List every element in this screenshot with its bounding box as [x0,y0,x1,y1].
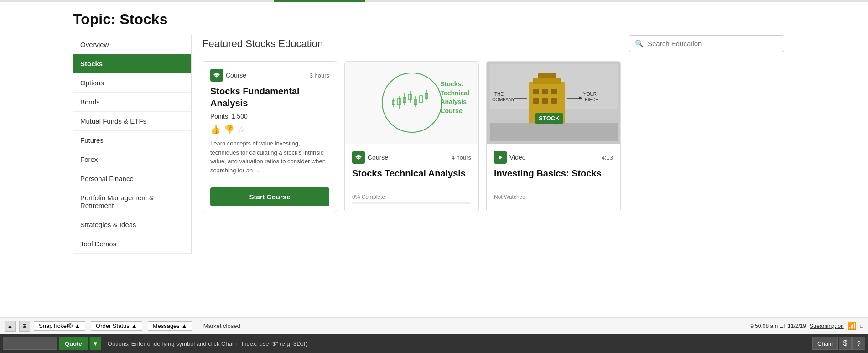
order-status-button[interactable]: Order Status ▲ [91,321,142,331]
card-technical-analysis: Stocks:TechnicalAnalysisCourse [344,61,479,212]
completion-bar-2 [352,202,471,204]
thumbs-down-icon[interactable]: 👎 [224,125,234,135]
invest-thumbnail: THE COMPANY YOUR PIECE [487,62,620,144]
main-layout: Overview Stocks Options Bonds Mutual Fun… [73,35,795,254]
windows-button[interactable]: ⊞ [19,321,30,332]
card-type-badge-1: Course [210,69,246,82]
cards-grid: Course 3 hours Stocks Fundamental Analys… [203,61,784,212]
completion-area-2: 0% Complete [345,190,478,204]
bottom-toolbar: Quote ▼ Options: Enter underlying symbol… [0,334,868,353]
svg-rect-18 [533,78,561,84]
sidebar: Overview Stocks Options Bonds Mutual Fun… [73,35,192,254]
card-duration-3: 4:13 [602,154,613,161]
page-content: Topic: Stocks Overview Stocks Options Bo… [0,2,868,254]
card-meta-1: Course 3 hours [210,69,329,82]
snapticket-label: SnapTicket® [39,322,73,329]
card-title-2: Stocks Technical Analysis [352,167,471,179]
svg-rect-22 [551,89,557,94]
sidebar-item-tool-demos[interactable]: Tool Demos [73,234,191,254]
svg-rect-21 [542,89,548,94]
svg-text:STOCK: STOCK [539,115,560,122]
video-icon-badge [494,151,507,164]
page-wrapper: Topic: Stocks Overview Stocks Options Bo… [0,0,868,353]
svg-rect-19 [538,73,556,78]
toolbar-right: Chain $ ? [812,337,865,350]
svg-text:PIECE: PIECE [585,97,598,102]
help-button[interactable]: ? [852,337,865,350]
card-type-badge-2: Course [352,151,388,164]
svg-rect-33 [490,123,618,141]
candlestick-chart-circle [380,71,444,135]
svg-point-0 [382,73,442,132]
collapse-button[interactable]: ▲ [5,321,16,332]
sidebar-item-options[interactable]: Options [73,73,191,93]
start-course-button-1[interactable]: Start Course [210,187,329,206]
svg-rect-20 [533,89,539,94]
card-duration-2: 4 hours [452,154,471,161]
sidebar-item-bonds[interactable]: Bonds [73,93,191,112]
card-fundamental-body: Course 3 hours Stocks Fundamental Analys… [203,62,337,182]
sidebar-item-stocks[interactable]: Stocks [73,54,191,73]
messages-arrow: ▲ [182,322,187,329]
status-left: ▲ ⊞ SnapTicket® ▲ Order Status ▲ Message… [5,321,240,332]
card-title-1: Stocks Fundamental Analysis [210,85,329,109]
card-meta-3: Video 4:13 [494,151,613,164]
toolbar-hint: Options: Enter underlying symbol and cli… [104,340,812,347]
messages-button[interactable]: Messages ▲ [148,321,192,331]
tech-course-label: Stocks:TechnicalAnalysisCourse [440,80,469,115]
card-meta-2: Course 4 hours [352,151,471,164]
card-title-3: Investing Basics: Stocks [494,167,613,179]
streaming-link[interactable]: Streaming: on [810,323,844,329]
sidebar-item-futures[interactable]: Futures [73,131,191,150]
svg-rect-25 [551,98,557,104]
snapticket-arrow: ▲ [74,322,80,329]
svg-rect-23 [533,98,539,104]
snapticket-button[interactable]: SnapTicket® ▲ [34,321,85,331]
thumbs-up-icon[interactable]: 👍 [210,125,220,135]
not-watched-label: Not Watched [494,194,613,200]
course-icon-1 [210,69,223,82]
search-box[interactable]: 🔍 [629,35,784,52]
card-points-1: Points: 1,500 [210,113,329,120]
order-status-label: Order Status [96,322,130,329]
card-tech-image: Stocks:TechnicalAnalysisCourse [345,62,478,144]
svg-text:YOUR: YOUR [583,92,597,97]
card-fundamental-analysis: Course 3 hours Stocks Fundamental Analys… [203,61,337,212]
expand-icon[interactable]: □ [860,323,863,329]
sidebar-item-forex[interactable]: Forex [73,150,191,169]
top-indicator-active [274,0,365,2]
card-investing-basics: THE COMPANY YOUR PIECE [486,61,621,212]
course-icon-2 [352,151,365,164]
quote-input[interactable] [3,337,57,350]
quote-button[interactable]: Quote [59,337,88,350]
quote-dropdown-arrow[interactable]: ▼ [89,337,101,350]
search-icon: 🔍 [635,39,644,48]
sidebar-item-overview[interactable]: Overview [73,35,191,54]
sidebar-item-strategies-ideas[interactable]: Strategies & Ideas [73,215,191,234]
content-header: Featured Stocks Education 🔍 [203,35,784,52]
messages-label: Messages [153,322,180,329]
card-description-1: Learn concepts of value investing, techn… [210,139,329,175]
chain-button[interactable]: Chain [812,337,838,350]
top-indicator [0,0,868,2]
card-button-area-1: Start Course [203,182,337,212]
quote-input-area: Quote ▼ [0,337,104,350]
card-type-badge-3: Video [494,151,526,164]
dollar-button[interactable]: $ [839,337,852,350]
content-area: Featured Stocks Education 🔍 [192,35,795,254]
datetime-label: 9:50:08 am ET 11/2/19 [750,323,806,329]
svg-rect-24 [542,98,548,104]
status-right: 9:50:08 am ET 11/2/19 Streaming: on 📶 □ [750,322,863,330]
sidebar-item-mutual-funds[interactable]: Mutual Funds & ETFs [73,112,191,131]
sidebar-item-personal-finance[interactable]: Personal Finance [73,169,191,188]
featured-title: Featured Stocks Education [203,38,323,50]
search-input[interactable] [648,40,778,47]
graduation-cap-icon [213,72,220,79]
page-title: Topic: Stocks [73,2,795,35]
svg-text:COMPANY: COMPANY [492,97,515,102]
play-icon [497,154,504,161]
card-type-label-1: Course [226,72,246,79]
star-icon[interactable]: ☆ [238,125,245,135]
investing-scene-svg: THE COMPANY YOUR PIECE [490,64,618,141]
sidebar-item-portfolio-mgmt[interactable]: Portfolio Management & Retirement [73,188,191,215]
